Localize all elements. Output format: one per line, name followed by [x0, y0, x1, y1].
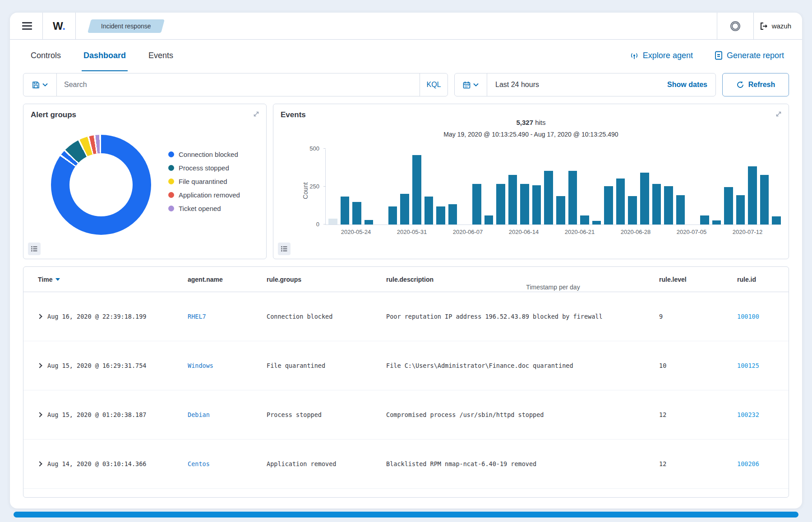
- histogram-bar[interactable]: [568, 171, 577, 224]
- histogram-bar[interactable]: [772, 216, 781, 224]
- legend-item[interactable]: Connection blocked: [168, 147, 240, 161]
- table-row: Aug 15, 2020 @ 16:29:31.754WindowsFile q…: [23, 341, 789, 390]
- wazuh-logo[interactable]: W.: [49, 20, 69, 32]
- histogram-bar[interactable]: [472, 184, 481, 224]
- legend-item[interactable]: Ticket opened: [168, 201, 240, 215]
- histogram-bar[interactable]: [532, 185, 541, 224]
- y-tick-label: 250: [309, 183, 319, 190]
- legend-label: File quarantined: [179, 178, 227, 185]
- generate-report-button[interactable]: Generate report: [715, 51, 784, 60]
- expand-panel-icon[interactable]: [774, 110, 783, 119]
- histogram-bar-slot: [484, 149, 494, 224]
- histogram-bar[interactable]: [676, 195, 685, 224]
- histogram-bar[interactable]: [628, 196, 637, 224]
- histogram-bar-slot: [664, 149, 673, 224]
- time-cell: Aug 14, 2020 @ 03:10:14.366: [38, 460, 188, 467]
- histogram-bar[interactable]: [700, 215, 709, 224]
- histogram-bar[interactable]: [448, 204, 457, 224]
- legend-item[interactable]: Process stopped: [168, 161, 240, 174]
- column-header-rule-groups[interactable]: rule.groups: [267, 276, 386, 283]
- histogram-bar[interactable]: [760, 175, 769, 224]
- histogram-bar[interactable]: [520, 184, 529, 224]
- hamburger-menu-button[interactable]: [18, 17, 36, 35]
- histogram-bar-slot: [604, 149, 613, 224]
- status-ring-icon[interactable]: [730, 21, 740, 31]
- histogram-bar[interactable]: [580, 215, 589, 224]
- tab-dashboard[interactable]: Dashboard: [82, 51, 128, 71]
- histogram-bar[interactable]: [341, 197, 350, 224]
- column-header-agent-name[interactable]: agent.name: [188, 276, 267, 283]
- column-header-time[interactable]: Time: [38, 276, 188, 283]
- histogram-bar-slot: [436, 149, 445, 224]
- explore-agent-button[interactable]: Explore agent: [630, 51, 693, 60]
- histogram-bar[interactable]: [400, 194, 409, 224]
- sort-descending-icon[interactable]: [55, 278, 60, 281]
- histogram-bar[interactable]: [424, 197, 434, 224]
- saved-queries-button[interactable]: [23, 73, 57, 96]
- histogram-bar[interactable]: [436, 206, 445, 224]
- x-tick-label: 2020-06-14: [509, 229, 539, 235]
- column-header-rule-description[interactable]: rule.description: [386, 276, 659, 283]
- histogram-bar[interactable]: [724, 187, 733, 225]
- rule-id-link[interactable]: 100206: [737, 460, 780, 467]
- histogram-bar[interactable]: [388, 206, 397, 224]
- expand-panel-icon[interactable]: [252, 110, 261, 119]
- expand-row-chevron-icon[interactable]: [38, 363, 42, 368]
- histogram-bar[interactable]: [556, 196, 565, 224]
- histogram-bar[interactable]: [496, 184, 505, 224]
- column-header-rule-level[interactable]: rule.level: [659, 276, 737, 283]
- panel-list-button[interactable]: [278, 243, 291, 255]
- calendar-button[interactable]: [455, 73, 487, 96]
- broadcast-icon: [630, 51, 639, 60]
- histogram-bar[interactable]: [664, 186, 673, 224]
- expand-row-chevron-icon[interactable]: [38, 461, 42, 466]
- breadcrumb[interactable]: Incident response: [89, 19, 163, 33]
- histogram-bar[interactable]: [328, 219, 337, 224]
- agent-name-link[interactable]: Debian: [188, 411, 267, 418]
- agent-name-link[interactable]: RHEL7: [188, 313, 267, 320]
- tab-controls[interactable]: Controls: [29, 51, 63, 71]
- rule-id-link[interactable]: 100100: [737, 313, 780, 320]
- horizontal-scrollbar[interactable]: [14, 512, 798, 517]
- panel-list-button[interactable]: [28, 243, 41, 255]
- kql-button[interactable]: KQL: [420, 73, 448, 96]
- histogram-bar[interactable]: [736, 195, 745, 224]
- table-body: Aug 16, 2020 @ 22:39:18.199RHEL7Connecti…: [23, 292, 789, 489]
- account-menu[interactable]: wazuh: [760, 22, 791, 30]
- histogram-bar[interactable]: [352, 202, 361, 224]
- histogram-bar[interactable]: [604, 186, 613, 224]
- column-header-rule-id[interactable]: rule.id: [737, 276, 780, 283]
- refresh-button[interactable]: Refresh: [722, 73, 789, 96]
- histogram-bar[interactable]: [508, 175, 517, 224]
- histogram-bar[interactable]: [412, 155, 421, 224]
- expand-row-chevron-icon[interactable]: [38, 412, 42, 417]
- tab-bar: ControlsDashboardEvents: [29, 40, 194, 71]
- rule-id-link[interactable]: 100125: [737, 362, 780, 369]
- agent-name-link[interactable]: Windows: [188, 362, 267, 369]
- time-value: Aug 15, 2020 @ 01:20:38.187: [47, 411, 146, 418]
- time-range-value[interactable]: Last 24 hours: [487, 81, 547, 89]
- show-dates-button[interactable]: Show dates: [667, 81, 715, 89]
- legend-item[interactable]: File quarantined: [168, 174, 240, 188]
- histogram-bar[interactable]: [712, 220, 721, 224]
- time-cell: Aug 16, 2020 @ 22:39:18.199: [38, 313, 188, 320]
- tab-row: ControlsDashboardEvents Explore agent Ge…: [10, 40, 802, 71]
- histogram-bar[interactable]: [592, 221, 601, 224]
- histogram-bar[interactable]: [616, 179, 625, 224]
- histogram-bar[interactable]: [484, 215, 494, 224]
- histogram-bar[interactable]: [640, 173, 649, 224]
- search-input[interactable]: [57, 73, 420, 96]
- histogram-bar[interactable]: [544, 171, 553, 224]
- alert-groups-donut-chart[interactable]: [51, 135, 151, 235]
- histogram-bar[interactable]: [652, 184, 661, 224]
- rule-groups-value: Connection blocked: [267, 313, 386, 320]
- histogram-bar[interactable]: [364, 220, 374, 224]
- agent-name-link[interactable]: Centos: [188, 460, 267, 467]
- expand-row-chevron-icon[interactable]: [38, 314, 42, 319]
- rule-id-link[interactable]: 100232: [737, 411, 780, 418]
- histogram-bar[interactable]: [748, 166, 757, 224]
- legend-item[interactable]: Application removed: [168, 188, 240, 201]
- tab-events[interactable]: Events: [147, 51, 175, 71]
- events-histogram[interactable]: 02505002020-05-242020-05-312020-06-07202…: [325, 149, 781, 225]
- list-icon: [281, 246, 287, 252]
